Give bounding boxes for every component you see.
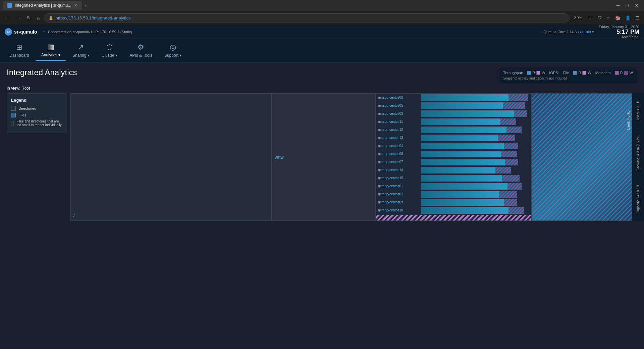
throughput-note: Snapshot activity and capacity not inclu… — [503, 77, 567, 80]
treemap-root-block[interactable]: / — [70, 93, 272, 221]
root-label: / — [73, 213, 75, 218]
node-row[interactable]: netapp-centos01 — [376, 182, 531, 190]
forward-button[interactable]: → — [14, 14, 23, 22]
iops-write-box — [582, 71, 586, 75]
account-button[interactable]: 👤 — [624, 14, 632, 22]
browser-tab[interactable]: Integrated Analytics | sr-qumu... ✕ — [3, 1, 82, 10]
directories-swatch — [11, 106, 16, 111]
node-bar-wrapper — [421, 110, 530, 117]
node-bar-wrapper — [421, 183, 530, 190]
node-bar-wrapper — [421, 191, 530, 198]
nav-item-analytics[interactable]: ▦ Analytics ▾ — [35, 40, 66, 61]
nav-item-sharing[interactable]: ↗ Sharing ▾ — [66, 40, 96, 60]
nav-item-support[interactable]: ◎ Support ▾ — [158, 40, 187, 60]
node-row[interactable]: netapp-centos12 — [376, 126, 531, 134]
nav-item-cluster[interactable]: ⬡ Cluster ▾ — [96, 40, 123, 60]
browser-titlebar: Integrated Analytics | sr-qumu... ✕ + ─ … — [0, 0, 644, 11]
used-sidebar-label: Used: 4.3 TB — [636, 101, 640, 120]
node-row[interactable]: netapp-centos14 — [376, 166, 531, 174]
throughput-write-box — [536, 71, 540, 75]
used-label: Used: 4.3 TB — [627, 110, 630, 130]
shield-button[interactable]: 🛡 — [596, 14, 603, 22]
node-row[interactable]: netapp-centos04 — [376, 142, 531, 150]
node-name: netapp-centos13 — [376, 136, 421, 140]
new-tab-button[interactable]: + — [85, 2, 88, 8]
logo-text: sr-qumulo — [14, 29, 37, 35]
throughput-read-box — [527, 71, 531, 75]
node-row[interactable]: netapp-centos15 — [376, 174, 531, 182]
support-icon: ◎ — [170, 43, 176, 52]
node-name: netapp-centos01 — [376, 184, 421, 188]
metadata-label: Metadata — [595, 71, 611, 75]
reading-list-button[interactable]: 📚 — [614, 14, 622, 22]
node-row[interactable]: netapp-centos07 — [376, 158, 531, 166]
node-name: netapp-centos14 — [376, 168, 421, 172]
capacity-overlay: Used: 4.3 TB — [531, 93, 632, 221]
settings-button[interactable]: ☰ — [634, 14, 641, 22]
home-button[interactable]: ⌂ — [35, 14, 42, 22]
nav-item-dashboard[interactable]: ⊞ Dashboard — [3, 40, 35, 60]
zoom-level: 80% — [572, 15, 585, 20]
node-bar-wrapper — [421, 127, 530, 133]
node-name: netapp-centos08 — [376, 96, 421, 99]
treemap-vmw-block[interactable]: vmw — [272, 93, 376, 221]
node-row[interactable]: netapp-centos10 — [376, 206, 531, 214]
iops-label: IOPS: — [549, 71, 559, 75]
url-text: https://176.16.59.1/integrated-analytics — [55, 15, 130, 20]
close-tab-button[interactable]: ✕ — [74, 3, 77, 8]
node-row[interactable]: netapp-centos02 — [376, 190, 531, 198]
separator: • — [43, 29, 45, 34]
node-name: netapp-centos03 — [376, 112, 421, 115]
node-bar-wrapper — [421, 135, 530, 141]
app-logo: sr sr-qumulo — [5, 28, 37, 36]
close-window-button[interactable]: ✕ — [632, 2, 641, 9]
treemap-area: / vmw netapp-centos08netapp-centos05neta… — [70, 93, 644, 221]
dashboard-icon: ⊞ — [16, 43, 22, 52]
node-rows-list: netapp-centos08netapp-centos05netapp-cen… — [376, 94, 531, 220]
analytics-icon: ▦ — [47, 43, 54, 51]
node-name: netapp-centos02 — [376, 192, 421, 196]
maximize-button[interactable]: □ — [623, 2, 631, 9]
lock-icon: 🔒 — [49, 16, 53, 20]
legend-directories: Directories — [11, 106, 63, 111]
node-bar-wrapper — [421, 151, 530, 157]
meta-w-label: W — [630, 71, 633, 75]
node-bar-wrapper — [421, 207, 530, 214]
qumulo-info: Qumulo Core 2.14.3 • admin ▾ — [543, 30, 594, 34]
address-bar[interactable]: 🔒 https://176.16.59.1/integrated-analyti… — [44, 13, 570, 22]
nav-item-apis[interactable]: ⚙ APIs & Tools — [123, 40, 158, 60]
nav-label-analytics: Analytics ▾ — [41, 53, 60, 57]
node-name: netapp-centos10 — [376, 208, 421, 212]
node-bar-wrapper — [421, 94, 530, 101]
showing-sidebar-label: Showing: 4.3 m (1.77%) — [636, 135, 640, 170]
content-area: Legend Directories Files Files and direc… — [0, 93, 644, 349]
node-bar-wrapper — [421, 159, 530, 165]
apis-icon: ⚙ — [138, 43, 144, 52]
nodes-area: netapp-centos08netapp-centos05netapp-cen… — [376, 93, 531, 221]
logo-icon: sr — [5, 28, 12, 36]
node-row[interactable]: netapp-centos06 — [376, 150, 531, 158]
node-row[interactable]: netapp-centos08 — [376, 94, 531, 102]
extensions-button[interactable]: ⋯ — [587, 14, 594, 22]
minimize-button[interactable]: ─ — [614, 2, 623, 9]
admin-link[interactable]: admin — [580, 30, 591, 34]
node-row[interactable]: netapp-centos09 — [376, 198, 531, 206]
node-row[interactable]: netapp-centos05 — [376, 102, 531, 110]
sharing-icon: ↗ — [78, 43, 84, 52]
meta-write-box — [624, 71, 628, 75]
node-row[interactable]: netapp-centos03 — [376, 110, 531, 118]
small-label: Files and directories that are too small… — [16, 119, 63, 127]
back-button[interactable]: ← — [3, 14, 12, 22]
node-bar-wrapper — [421, 118, 530, 125]
favicon — [7, 3, 12, 8]
file-label: File — [563, 71, 569, 75]
bookmark-button[interactable]: ☆ — [605, 14, 612, 22]
tab-title: Integrated Analytics | sr-qumu... — [15, 3, 71, 8]
node-row[interactable]: netapp-centos13 — [376, 134, 531, 142]
refresh-button[interactable]: ↻ — [25, 14, 33, 22]
nav-label-support: Support ▾ — [164, 53, 181, 58]
iops-r-label: R — [578, 71, 581, 75]
node-name: netapp-centos04 — [376, 144, 421, 148]
app-header: sr sr-qumulo • Connected via sr-qumulo-1… — [0, 25, 644, 39]
node-row[interactable]: netapp-centos11 — [376, 118, 531, 126]
